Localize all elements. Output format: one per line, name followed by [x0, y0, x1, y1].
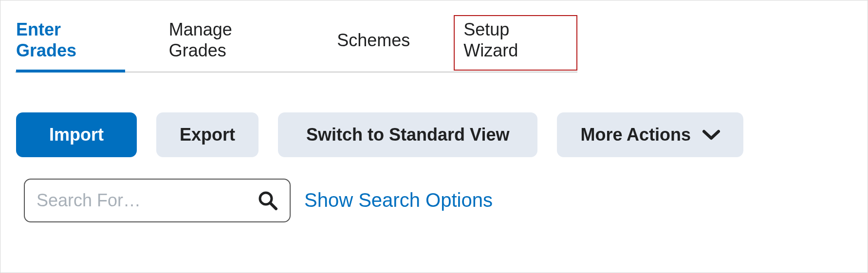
tab-manage-grades[interactable]: Manage Grades — [169, 15, 293, 72]
svg-line-1 — [270, 203, 276, 209]
import-button[interactable]: Import — [16, 112, 137, 157]
chevron-down-icon — [702, 129, 720, 140]
actions-row: Import Export Switch to Standard View Mo… — [15, 112, 853, 157]
tab-schemes[interactable]: Schemes — [337, 26, 410, 61]
more-actions-button[interactable]: More Actions — [557, 112, 743, 157]
tab-setup-wizard[interactable]: Setup Wizard — [454, 15, 577, 71]
tabs-row: Enter Grades Manage Grades Schemes Setup… — [15, 15, 577, 73]
search-box[interactable] — [24, 179, 291, 222]
tab-enter-grades[interactable]: Enter Grades — [16, 15, 125, 72]
search-row: Show Search Options — [15, 179, 853, 222]
show-search-options-link[interactable]: Show Search Options — [304, 189, 493, 211]
search-input[interactable] — [37, 190, 258, 211]
search-icon[interactable] — [258, 190, 278, 211]
more-actions-label: More Actions — [580, 124, 691, 145]
grades-panel: Enter Grades Manage Grades Schemes Setup… — [0, 0, 868, 273]
export-button[interactable]: Export — [156, 112, 259, 157]
switch-view-button[interactable]: Switch to Standard View — [278, 112, 537, 157]
